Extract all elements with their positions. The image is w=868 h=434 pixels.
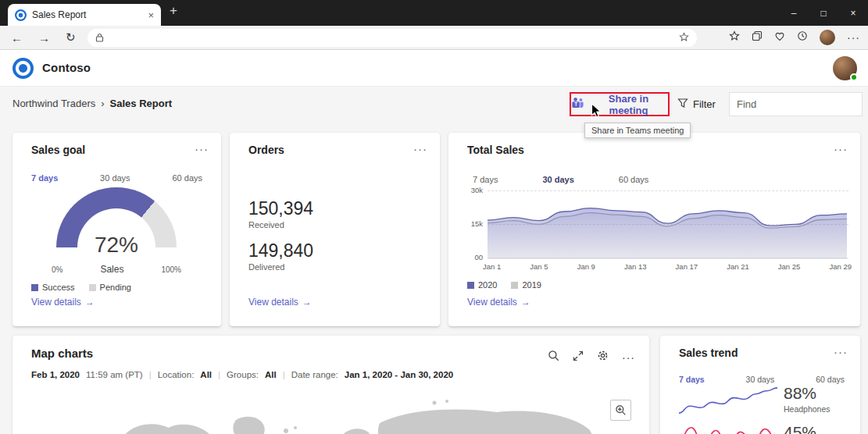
map-time: 11:59 am (PT) (86, 370, 143, 379)
card-title: Total Sales (467, 144, 524, 156)
gauge-value: 72% (56, 233, 177, 258)
app-header: Contoso (0, 50, 868, 87)
orders-delivered-label: Delivered (248, 262, 284, 272)
tab-7-days[interactable]: 7 days (473, 175, 498, 184)
contoso-logo-icon (13, 58, 34, 79)
chart-legend: 2020 2019 (467, 280, 541, 290)
tab-60-days[interactable]: 60 days (172, 173, 202, 183)
map-groups-value: All (265, 370, 277, 379)
more-options-icon[interactable]: ··· (622, 351, 635, 364)
filter-button[interactable]: Filter (677, 92, 716, 116)
more-options-icon[interactable]: ··· (834, 142, 848, 155)
tab-title: Sales Report (32, 9, 142, 20)
filter-icon (677, 98, 688, 111)
gauge-min: 0% (52, 265, 63, 274)
card-title: Sales trend (679, 347, 738, 359)
gauge-label: Sales (100, 264, 123, 275)
total-sales-chart (488, 190, 847, 259)
share-in-meeting-button[interactable]: T Share in meeting (571, 93, 668, 116)
collections-icon[interactable] (752, 30, 763, 44)
gear-icon[interactable] (597, 350, 609, 365)
trend-metric-value: 88% (784, 384, 816, 403)
reload-icon[interactable]: ↻ (66, 30, 76, 44)
browser-essentials-icon[interactable] (774, 30, 785, 44)
gauge-scale: 0% Sales 100% (52, 264, 181, 275)
trend-chart-0 (679, 386, 777, 417)
more-options-icon[interactable]: ··· (413, 142, 427, 155)
view-details-link[interactable]: View details → (248, 297, 312, 308)
favorites-icon[interactable] (729, 30, 740, 44)
tab-30-days[interactable]: 30 days (100, 173, 130, 183)
browser-window: Sales Report × + – □ × ← → ↻ (0, 0, 868, 434)
history-icon[interactable] (797, 30, 808, 44)
view-details-link[interactable]: View details → (31, 297, 95, 308)
card-title: Map charts (31, 347, 93, 360)
profile-avatar[interactable] (820, 30, 835, 45)
window-controls: – □ × (779, 0, 868, 26)
y-tick: 15k (461, 219, 483, 228)
map-zoom-in-button[interactable] (610, 400, 631, 421)
card-title: Sales goal (31, 144, 85, 156)
total-sales-card: Total Sales ··· 7 days 30 days 60 days 3… (448, 133, 860, 326)
tab-60-days[interactable]: 60 days (619, 175, 649, 184)
tab-30-days[interactable]: 30 days (746, 375, 775, 384)
presence-available-icon (850, 73, 858, 81)
browser-navbar: ← → ↻ ··· (0, 26, 868, 50)
breadcrumb-separator: › (101, 98, 104, 109)
legend-2019-swatch (511, 282, 518, 289)
expand-icon[interactable] (573, 350, 584, 365)
orders-received-value: 150,394 (248, 198, 313, 219)
tab-7-days[interactable]: 7 days (679, 375, 705, 384)
more-options-icon[interactable]: ··· (834, 345, 848, 358)
map-location-value: All (200, 370, 212, 379)
legend-2019-label: 2019 (522, 280, 541, 290)
add-favorite-star-icon[interactable] (679, 31, 689, 45)
close-button[interactable]: × (838, 0, 868, 26)
lock-icon[interactable] (95, 31, 104, 45)
map-range-label: Date range: (291, 370, 338, 379)
map-charts-card: Map charts ··· Feb 1, 2020 11:59 am (PT)… (13, 336, 649, 434)
legend-2020-label: 2020 (478, 280, 497, 290)
user-avatar[interactable] (833, 56, 857, 80)
mouse-cursor (591, 103, 602, 122)
brand-name: Contoso (42, 61, 91, 74)
tab-60-days[interactable]: 60 days (816, 375, 845, 384)
map-range-value: Jan 1, 2020 - Jan 30, 2020 (345, 370, 453, 379)
breadcrumb-parent[interactable]: Northwind Traders (13, 98, 95, 109)
tab-close-icon[interactable]: × (148, 9, 154, 21)
sales-trend-card: Sales trend ··· 7 days 30 days 60 days 8… (660, 336, 860, 434)
address-bar[interactable] (88, 29, 697, 47)
sales-goal-card: Sales goal ··· 7 days 30 days 60 days 72… (13, 133, 221, 326)
find-search-box[interactable] (729, 92, 863, 116)
arrow-right-icon: → (302, 297, 312, 308)
gauge-legend: Success Pending (31, 283, 131, 292)
trend-metric-value-2: 45% (784, 423, 816, 434)
orders-delivered-value: 149,840 (248, 240, 313, 261)
teams-icon: T (571, 97, 584, 112)
legend-pending-label: Pending (100, 283, 131, 292)
browser-tab[interactable]: Sales Report × (8, 4, 161, 26)
orders-received-label: Received (248, 220, 284, 229)
settings-more-icon[interactable]: ··· (847, 31, 860, 44)
arrow-right-icon: → (85, 297, 95, 308)
legend-2020-swatch (467, 282, 474, 289)
x-axis-labels: Jan 1 Jan 5 Jan 9 Jan 13 Jan 17 Jan 21 J… (483, 262, 852, 271)
find-input[interactable] (737, 98, 868, 110)
y-tick: 00 (461, 253, 483, 261)
minimize-button[interactable]: – (779, 0, 809, 26)
card-title: Orders (248, 144, 284, 156)
legend-pending-swatch (89, 284, 96, 291)
maximize-button[interactable]: □ (809, 0, 838, 26)
svg-text:T: T (574, 101, 577, 107)
legend-success-swatch (31, 284, 38, 291)
forward-icon[interactable]: → (38, 31, 50, 44)
share-highlight-box: T Share in meeting (570, 92, 670, 116)
back-icon[interactable]: ← (11, 31, 23, 44)
more-options-icon[interactable]: ··· (195, 142, 209, 155)
tab-30-days[interactable]: 30 days (542, 175, 573, 184)
view-details-link[interactable]: View details → (467, 297, 530, 308)
map-search-icon[interactable] (548, 350, 559, 365)
share-tooltip: Share in Teams meeting (584, 123, 691, 138)
new-tab-button[interactable]: + (170, 3, 177, 19)
tab-7-days[interactable]: 7 days (31, 173, 58, 183)
